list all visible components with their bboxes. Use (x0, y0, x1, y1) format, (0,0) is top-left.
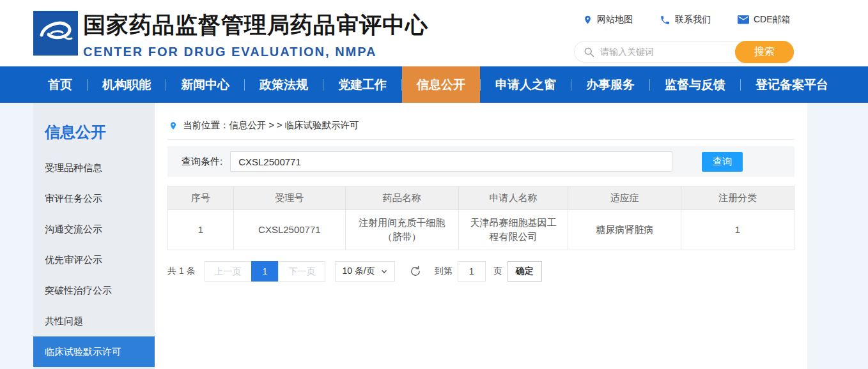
current-page-button[interactable]: 1 (251, 261, 279, 282)
results-table: 序号 受理号 药品名称 申请人名称 适应症 注册分类 1 CXSL2500771… (167, 186, 794, 250)
nav-item-policies[interactable]: 政策法规 (245, 66, 323, 103)
contact-us-link-label: 联系我们 (675, 14, 711, 26)
query-panel: 查询条件: 查询 (167, 146, 794, 177)
col-header-drug-name: 药品名称 (345, 186, 458, 210)
nav-item-home[interactable]: 首页 (33, 66, 87, 103)
sitemap-link-label: 网站地图 (597, 14, 633, 26)
location-pin-icon (583, 14, 593, 26)
cell-registration-class: 1 (681, 210, 794, 250)
page-body: 信息公开 受理品种信息 审评任务公示 沟通交流公示 优先审评公示 突破性治疗公示… (33, 103, 807, 369)
sidebar-item-clinical-trial-implied-license[interactable]: 临床试验默示许可 (33, 336, 155, 367)
page-size-select[interactable]: 10 条/页 (335, 261, 394, 282)
cell-applicant: 天津昂赛细胞基因工程有限公司 (458, 210, 568, 250)
query-button[interactable]: 查询 (702, 152, 743, 172)
mail-icon (738, 15, 749, 25)
table-row: 1 CXSL2500771 注射用间充质干细胞（脐带） 天津昂赛细胞基因工程有限… (168, 210, 794, 250)
goto-page-label: 到第 (435, 266, 453, 277)
sidebar-item-priority-review[interactable]: 优先审评公示 (33, 245, 155, 275)
site-subtitle: CENTER FOR DRUG EVALUATION, NMPA (83, 45, 428, 59)
phone-icon (660, 15, 670, 26)
col-header-applicant: 申请人名称 (458, 186, 568, 210)
site-header: 国家药品监督管理局药品审评中心 CENTER FOR DRUG EVALUATI… (0, 0, 868, 66)
sidebar-title: 信息公开 (33, 103, 155, 142)
cell-acceptance-no: CXSL2500771 (233, 210, 345, 250)
contact-us-link[interactable]: 联系我们 (660, 14, 711, 26)
breadcrumb: 当前位置：信息公开 > > 临床试验默示许可 (167, 103, 794, 140)
query-label: 查询条件: (182, 156, 222, 168)
sidebar-item-communication[interactable]: 沟通交流公示 (33, 214, 155, 245)
nav-item-info-disclosure[interactable]: 信息公开 (402, 66, 480, 103)
sidebar-item-review-tasks[interactable]: 审评任务公示 (33, 183, 155, 214)
pagination-total: 共 1 条 (167, 266, 196, 277)
search-icon (584, 47, 595, 58)
chevron-down-icon (380, 267, 388, 275)
next-page-button[interactable]: 下一页 (278, 261, 325, 282)
pagination-group: 上一页 1 下一页 (205, 261, 326, 282)
header-links: 网站地图 联系我们 CDE邮箱 (583, 14, 791, 26)
col-header-registration-class: 注册分类 (681, 186, 794, 210)
col-header-seq: 序号 (168, 186, 234, 210)
breadcrumb-text: 当前位置：信息公开 > > 临床试验默示许可 (183, 119, 359, 132)
prev-page-button[interactable]: 上一页 (205, 261, 252, 282)
sitemap-link[interactable]: 网站地图 (583, 14, 633, 26)
nav-item-supervision-feedback[interactable]: 监督与反馈 (650, 66, 740, 103)
cde-mail-link-label: CDE邮箱 (754, 14, 791, 26)
sidebar-item-breakthrough-therapy[interactable]: 突破性治疗公示 (33, 275, 155, 306)
refresh-icon (409, 265, 422, 278)
table-header-row: 序号 受理号 药品名称 申请人名称 适应症 注册分类 (168, 186, 794, 210)
confirm-button[interactable]: 确定 (508, 261, 542, 282)
site-title: 国家药品监督管理局药品审评中心 (83, 10, 428, 40)
cell-drug-name: 注射用间充质干细胞（脐带） (345, 210, 458, 250)
search-button[interactable]: 搜索 (735, 41, 794, 63)
pagination: 共 1 条 上一页 1 下一页 10 条/页 到第 页 确定 (167, 261, 794, 282)
refresh-button[interactable] (409, 265, 422, 278)
nav-item-party-building[interactable]: 党建工作 (323, 66, 401, 103)
goto-page-input[interactable] (458, 261, 486, 282)
location-pin-icon (169, 120, 178, 132)
col-header-indication: 适应症 (568, 186, 681, 210)
nav-item-org-functions[interactable]: 机构职能 (88, 66, 166, 103)
page-size-value: 10 条/页 (342, 266, 375, 277)
main-content: 当前位置：信息公开 > > 临床试验默示许可 查询条件: 查询 序号 受理号 药… (155, 103, 807, 369)
site-title-block: 国家药品监督管理局药品审评中心 CENTER FOR DRUG EVALUATI… (83, 10, 428, 59)
sidebar-item-common-issues[interactable]: 共性问题 (33, 306, 155, 336)
cde-logo (33, 11, 78, 56)
sidebar-item-accepted-varieties[interactable]: 受理品种信息 (33, 153, 155, 183)
cde-logo-swoosh-icon (33, 11, 78, 56)
col-header-acceptance-no: 受理号 (233, 186, 345, 210)
nav-item-services[interactable]: 办事服务 (571, 66, 649, 103)
sidebar: 信息公开 受理品种信息 审评任务公示 沟通交流公示 优先审评公示 突破性治疗公示… (33, 103, 155, 369)
cell-seq: 1 (168, 210, 234, 250)
search-input[interactable] (600, 42, 728, 61)
main-nav: 首页 机构职能 新闻中心 政策法规 党建工作 信息公开 申请人之窗 办事服务 监… (0, 66, 868, 103)
nav-item-applicant-window[interactable]: 申请人之窗 (481, 66, 571, 103)
sidebar-list: 受理品种信息 审评任务公示 沟通交流公示 优先审评公示 突破性治疗公示 共性问题… (33, 153, 155, 367)
nav-item-news[interactable]: 新闻中心 (166, 66, 244, 103)
page-unit-label: 页 (493, 266, 502, 277)
nav-item-registration-platform[interactable]: 登记备案平台 (741, 66, 843, 103)
site-search-bar: 搜索 (574, 41, 794, 63)
cde-mail-link[interactable]: CDE邮箱 (738, 14, 791, 26)
cell-indication: 糖尿病肾脏病 (568, 210, 681, 250)
query-condition-input[interactable] (230, 151, 672, 172)
